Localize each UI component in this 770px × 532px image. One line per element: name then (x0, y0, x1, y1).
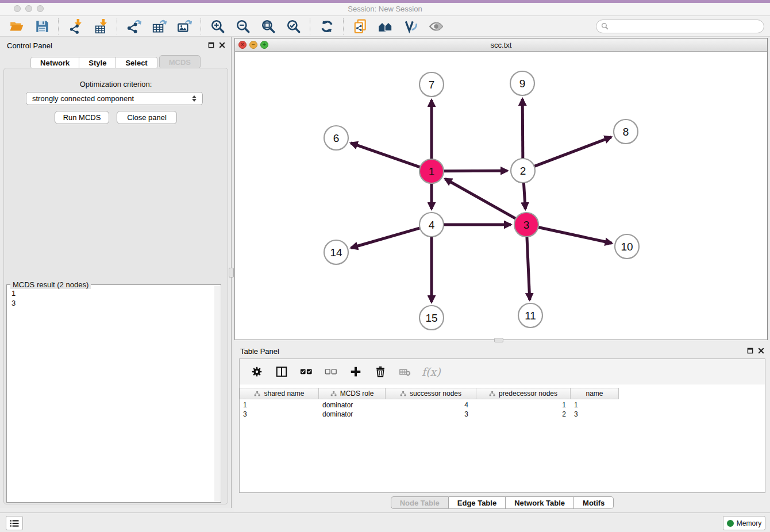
node-label: 11 (525, 310, 536, 322)
tab-select[interactable]: Select (116, 57, 157, 69)
tab-motifs[interactable]: Motifs (574, 496, 614, 509)
refresh-button[interactable] (318, 18, 335, 34)
first-neighbors-button[interactable] (377, 18, 394, 34)
export-network-button[interactable] (125, 18, 142, 34)
gear-button[interactable] (249, 364, 265, 380)
criterion-value: strongly connected component (32, 94, 134, 103)
memory-button[interactable]: Memory (723, 516, 765, 530)
new-network-icon (353, 19, 368, 34)
save-session-icon (34, 19, 49, 34)
column-header-predecessor-nodes[interactable]: predecessor nodes (476, 388, 571, 399)
vertical-splitter-handle[interactable] (229, 268, 234, 277)
search-input[interactable] (611, 22, 759, 30)
edge-3-11[interactable] (527, 236, 530, 300)
import-table-button[interactable] (92, 18, 109, 34)
graphics-details-button[interactable] (402, 18, 419, 34)
select-all-button[interactable] (298, 364, 314, 380)
cell-MCDS-role[interactable]: dominator (319, 400, 386, 410)
edge-2-8[interactable] (534, 137, 611, 167)
zoom-selected-button[interactable] (285, 18, 302, 34)
graphics-details-icon (403, 19, 418, 34)
network-window-titlebar[interactable]: × − + scc.txt (235, 38, 767, 52)
column-header-successor-nodes[interactable]: successor nodes (386, 388, 476, 399)
column-header-shared-name[interactable]: shared name (240, 388, 319, 399)
mcds-result-box: MCDS result (2 nodes) 1 3 (6, 284, 221, 503)
cell-predecessor-nodes[interactable]: 1 (476, 400, 571, 410)
node-9[interactable]: 9 (510, 71, 534, 95)
delete-column-button[interactable] (372, 364, 388, 380)
criterion-select[interactable]: strongly connected component (26, 92, 203, 105)
run-mcds-button[interactable]: Run MCDS (55, 111, 109, 124)
task-history-button[interactable] (6, 516, 23, 530)
mcds-result-scrollbar[interactable] (214, 286, 220, 502)
node-15[interactable]: 15 (419, 306, 444, 330)
network-canvas[interactable]: 7968124314101511 (235, 52, 767, 340)
deselect-all-button[interactable] (323, 364, 339, 380)
mcds-result-text[interactable]: 1 3 (7, 287, 214, 502)
close-table-panel-icon[interactable] (758, 348, 764, 354)
function-builder-button[interactable]: f(x) (422, 365, 441, 378)
app-titlebar: Session: New Session (0, 0, 770, 16)
show-hide-button[interactable] (428, 18, 444, 34)
tab-mcds[interactable]: MCDS (159, 55, 201, 69)
node-7[interactable]: 7 (419, 72, 444, 97)
column-header-MCDS-role[interactable]: MCDS role (319, 388, 386, 399)
node-2[interactable]: 2 (511, 159, 535, 183)
export-image-button[interactable] (176, 18, 192, 34)
delete-table-button[interactable] (397, 364, 413, 380)
cell-name[interactable]: 1 (571, 400, 619, 410)
export-network-icon (126, 19, 141, 34)
zoom-selected-icon (286, 19, 301, 34)
float-table-panel-icon[interactable] (747, 348, 753, 354)
cell-shared-name[interactable]: 1 (240, 400, 319, 410)
tab-network[interactable]: Network (30, 57, 79, 69)
tab-style[interactable]: Style (79, 57, 116, 69)
mcds-tab-content: Optimization criterion: strongly connect… (3, 68, 228, 504)
edge-1-2[interactable] (443, 171, 507, 171)
close-panel-icon[interactable] (219, 42, 225, 48)
column-header-label: shared name (264, 390, 304, 398)
new-network-button[interactable] (352, 18, 368, 34)
edge-2-9[interactable] (522, 99, 523, 159)
tab-edge-table[interactable]: Edge Table (449, 496, 506, 509)
node-14[interactable]: 14 (324, 240, 348, 264)
tab-node-table[interactable]: Node Table (391, 496, 449, 509)
zoom-in-button[interactable] (209, 18, 226, 34)
node-8[interactable]: 8 (614, 119, 638, 144)
import-network-button[interactable] (67, 18, 83, 34)
export-table-button[interactable] (151, 18, 167, 34)
edge-2-3[interactable] (523, 182, 525, 209)
node-label: 15 (425, 312, 437, 324)
save-session-button[interactable] (33, 18, 50, 34)
node-4[interactable]: 4 (419, 213, 444, 237)
node-label: 2 (520, 165, 526, 177)
cell-name[interactable]: 3 (571, 410, 619, 419)
open-file-button[interactable] (8, 18, 25, 34)
zoom-fit-button[interactable] (260, 18, 276, 34)
node-10[interactable]: 10 (615, 234, 639, 259)
zoom-out-button[interactable] (234, 18, 251, 34)
add-column-button[interactable] (348, 364, 364, 380)
horizontal-splitter-handle[interactable] (494, 338, 503, 342)
cell-shared-name[interactable]: 3 (240, 410, 319, 419)
cell-successor-nodes[interactable]: 3 (386, 410, 476, 419)
table-row[interactable]: 3dominator323 (240, 410, 619, 419)
edge-4-14[interactable] (351, 228, 421, 248)
edge-1-6[interactable] (351, 143, 421, 167)
node-6[interactable]: 6 (324, 126, 348, 150)
node-11[interactable]: 11 (518, 303, 542, 327)
cell-successor-nodes[interactable]: 4 (386, 400, 476, 410)
table-row[interactable]: 1dominator411 (240, 400, 619, 410)
edge-3-1[interactable] (445, 179, 517, 219)
cell-predecessor-nodes[interactable]: 2 (476, 410, 571, 419)
search-box[interactable] (596, 20, 764, 33)
node-1[interactable]: 1 (419, 159, 444, 183)
cell-MCDS-role[interactable]: dominator (319, 410, 386, 419)
tab-network-table[interactable]: Network Table (506, 496, 574, 509)
split-panel-button[interactable] (274, 364, 290, 380)
column-header-name[interactable]: name (571, 388, 619, 399)
node-3[interactable]: 3 (514, 213, 538, 237)
float-panel-icon[interactable] (208, 42, 214, 48)
edge-3-10[interactable] (538, 227, 612, 243)
close-panel-button[interactable]: Close panel (117, 111, 177, 124)
